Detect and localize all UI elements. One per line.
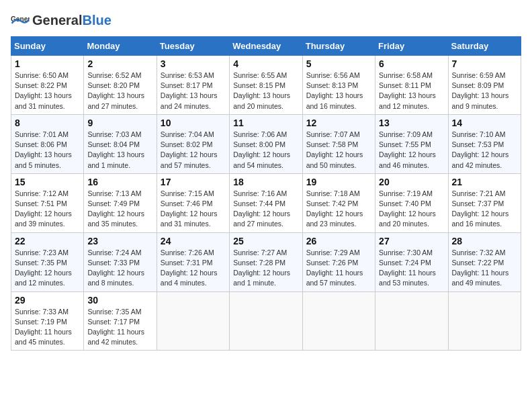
day-number: 16 xyxy=(87,177,152,187)
day-number: 13 xyxy=(379,118,444,128)
day-info: Sunrise: 7:12 AMSunset: 7:51 PMDaylight:… xyxy=(15,189,80,230)
day-number: 19 xyxy=(306,177,371,187)
day-number: 17 xyxy=(161,177,226,187)
day-info: Sunrise: 7:16 AMSunset: 7:44 PMDaylight:… xyxy=(233,189,298,230)
day-number: 30 xyxy=(87,295,152,306)
weekday-header-monday: Monday xyxy=(84,37,157,56)
calendar-day-cell: 6Sunrise: 6:58 AMSunset: 8:11 PMDaylight… xyxy=(375,56,448,115)
day-number: 14 xyxy=(452,118,517,128)
day-number: 1 xyxy=(15,58,80,69)
day-number: 21 xyxy=(452,177,517,187)
calendar-day-cell: 27Sunrise: 7:30 AMSunset: 7:24 PMDayligh… xyxy=(375,232,448,291)
calendar-day-cell: 21Sunrise: 7:21 AMSunset: 7:37 PMDayligh… xyxy=(448,173,521,232)
calendar-day-cell: 9Sunrise: 7:03 AMSunset: 8:04 PMDaylight… xyxy=(84,114,157,173)
day-number: 10 xyxy=(161,118,226,128)
day-number: 29 xyxy=(15,295,80,306)
logo-general-text: General xyxy=(32,13,82,28)
day-number: 2 xyxy=(87,58,152,69)
calendar-day-cell: 26Sunrise: 7:29 AMSunset: 7:26 PMDayligh… xyxy=(302,232,375,291)
weekday-header-row: SundayMondayTuesdayWednesdayThursdayFrid… xyxy=(11,37,521,56)
calendar-day-cell: 2Sunrise: 6:52 AMSunset: 8:20 PMDaylight… xyxy=(84,56,157,115)
day-info: Sunrise: 7:35 AMSunset: 7:17 PMDaylight:… xyxy=(87,307,152,348)
day-info: Sunrise: 6:53 AMSunset: 8:17 PMDaylight:… xyxy=(161,71,226,111)
calendar-day-cell: 30Sunrise: 7:35 AMSunset: 7:17 PMDayligh… xyxy=(84,291,157,351)
day-info: Sunrise: 7:06 AMSunset: 8:00 PMDaylight:… xyxy=(233,130,298,171)
calendar-week-row: 8Sunrise: 7:01 AMSunset: 8:06 PMDaylight… xyxy=(11,114,521,173)
day-info: Sunrise: 7:29 AMSunset: 7:26 PMDaylight:… xyxy=(306,248,371,289)
empty-cell xyxy=(302,291,375,351)
day-info: Sunrise: 7:13 AMSunset: 7:49 PMDaylight:… xyxy=(87,189,152,230)
day-number: 7 xyxy=(452,58,517,69)
day-number: 5 xyxy=(306,58,371,69)
day-number: 28 xyxy=(452,236,517,246)
calendar-table: SundayMondayTuesdayWednesdayThursdayFrid… xyxy=(11,36,521,351)
calendar-week-row: 15Sunrise: 7:12 AMSunset: 7:51 PMDayligh… xyxy=(11,173,521,232)
day-info: Sunrise: 7:30 AMSunset: 7:24 PMDaylight:… xyxy=(379,248,444,289)
day-info: Sunrise: 7:23 AMSunset: 7:35 PMDaylight:… xyxy=(15,248,80,289)
day-number: 27 xyxy=(379,236,444,246)
day-info: Sunrise: 6:50 AMSunset: 8:22 PMDaylight:… xyxy=(15,71,80,111)
page-header: General GeneralBlue xyxy=(11,11,521,30)
calendar-day-cell: 11Sunrise: 7:06 AMSunset: 8:00 PMDayligh… xyxy=(230,114,302,173)
calendar-day-cell: 13Sunrise: 7:09 AMSunset: 7:55 PMDayligh… xyxy=(375,114,448,173)
day-info: Sunrise: 7:27 AMSunset: 7:28 PMDaylight:… xyxy=(233,248,298,289)
calendar-day-cell: 23Sunrise: 7:24 AMSunset: 7:33 PMDayligh… xyxy=(84,232,157,291)
calendar-day-cell: 20Sunrise: 7:19 AMSunset: 7:40 PMDayligh… xyxy=(375,173,448,232)
day-info: Sunrise: 7:03 AMSunset: 8:04 PMDaylight:… xyxy=(87,130,152,171)
day-info: Sunrise: 6:52 AMSunset: 8:20 PMDaylight:… xyxy=(87,71,152,111)
calendar-week-row: 22Sunrise: 7:23 AMSunset: 7:35 PMDayligh… xyxy=(11,232,521,291)
calendar-day-cell: 22Sunrise: 7:23 AMSunset: 7:35 PMDayligh… xyxy=(11,232,84,291)
day-number: 18 xyxy=(233,177,298,187)
day-number: 26 xyxy=(306,236,371,246)
logo-icon: General xyxy=(11,11,30,30)
day-number: 6 xyxy=(379,58,444,69)
day-number: 3 xyxy=(161,58,226,69)
weekday-header-friday: Friday xyxy=(375,37,448,56)
day-number: 4 xyxy=(233,58,298,69)
calendar-day-cell: 28Sunrise: 7:32 AMSunset: 7:22 PMDayligh… xyxy=(448,232,521,291)
calendar-day-cell: 16Sunrise: 7:13 AMSunset: 7:49 PMDayligh… xyxy=(84,173,157,232)
calendar-day-cell: 29Sunrise: 7:33 AMSunset: 7:19 PMDayligh… xyxy=(11,291,84,351)
calendar-week-row: 29Sunrise: 7:33 AMSunset: 7:19 PMDayligh… xyxy=(11,291,521,351)
day-number: 9 xyxy=(87,118,152,128)
day-number: 24 xyxy=(161,236,226,246)
calendar-day-cell: 18Sunrise: 7:16 AMSunset: 7:44 PMDayligh… xyxy=(230,173,302,232)
day-info: Sunrise: 6:55 AMSunset: 8:15 PMDaylight:… xyxy=(233,71,298,111)
day-info: Sunrise: 7:24 AMSunset: 7:33 PMDaylight:… xyxy=(87,248,152,289)
calendar-day-cell: 12Sunrise: 7:07 AMSunset: 7:58 PMDayligh… xyxy=(302,114,375,173)
weekday-header-saturday: Saturday xyxy=(448,37,521,56)
day-number: 20 xyxy=(379,177,444,187)
day-info: Sunrise: 7:18 AMSunset: 7:42 PMDaylight:… xyxy=(306,189,371,230)
empty-cell xyxy=(375,291,448,351)
empty-cell xyxy=(157,291,229,351)
weekday-header-wednesday: Wednesday xyxy=(230,37,302,56)
calendar-day-cell: 4Sunrise: 6:55 AMSunset: 8:15 PMDaylight… xyxy=(230,56,302,115)
logo-blue-text: Blue xyxy=(82,13,111,28)
day-info: Sunrise: 7:26 AMSunset: 7:31 PMDaylight:… xyxy=(161,248,226,289)
calendar-day-cell: 14Sunrise: 7:10 AMSunset: 7:53 PMDayligh… xyxy=(448,114,521,173)
day-number: 8 xyxy=(15,118,80,128)
weekday-header-thursday: Thursday xyxy=(302,37,375,56)
day-info: Sunrise: 7:15 AMSunset: 7:46 PMDaylight:… xyxy=(161,189,226,230)
empty-cell xyxy=(230,291,302,351)
logo: General GeneralBlue xyxy=(11,11,112,30)
day-info: Sunrise: 6:56 AMSunset: 8:13 PMDaylight:… xyxy=(306,71,371,111)
day-info: Sunrise: 7:10 AMSunset: 7:53 PMDaylight:… xyxy=(452,130,517,171)
weekday-header-sunday: Sunday xyxy=(11,37,84,56)
day-info: Sunrise: 6:58 AMSunset: 8:11 PMDaylight:… xyxy=(379,71,444,111)
day-number: 11 xyxy=(233,118,298,128)
calendar-day-cell: 7Sunrise: 6:59 AMSunset: 8:09 PMDaylight… xyxy=(448,56,521,115)
calendar-week-row: 1Sunrise: 6:50 AMSunset: 8:22 PMDaylight… xyxy=(11,56,521,115)
calendar-day-cell: 8Sunrise: 7:01 AMSunset: 8:06 PMDaylight… xyxy=(11,114,84,173)
day-info: Sunrise: 7:21 AMSunset: 7:37 PMDaylight:… xyxy=(452,189,517,230)
day-number: 22 xyxy=(15,236,80,246)
calendar-day-cell: 25Sunrise: 7:27 AMSunset: 7:28 PMDayligh… xyxy=(230,232,302,291)
calendar-day-cell: 19Sunrise: 7:18 AMSunset: 7:42 PMDayligh… xyxy=(302,173,375,232)
day-number: 15 xyxy=(15,177,80,187)
day-info: Sunrise: 7:32 AMSunset: 7:22 PMDaylight:… xyxy=(452,248,517,289)
calendar-day-cell: 10Sunrise: 7:04 AMSunset: 8:02 PMDayligh… xyxy=(157,114,229,173)
calendar-day-cell: 24Sunrise: 7:26 AMSunset: 7:31 PMDayligh… xyxy=(157,232,229,291)
day-info: Sunrise: 7:01 AMSunset: 8:06 PMDaylight:… xyxy=(15,130,80,171)
day-number: 23 xyxy=(87,236,152,246)
calendar-day-cell: 1Sunrise: 6:50 AMSunset: 8:22 PMDaylight… xyxy=(11,56,84,115)
